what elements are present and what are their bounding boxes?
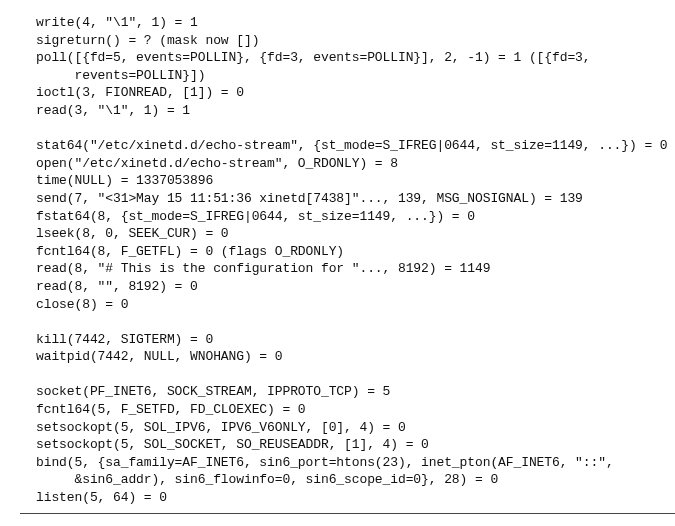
code-line: time(NULL) = 1337053896	[36, 173, 213, 188]
code-line: fcntl64(8, F_GETFL) = 0 (flags O_RDONLY)	[36, 244, 344, 259]
code-line: &sin6_addr), sin6_flowinfo=0, sin6_scope…	[36, 472, 498, 487]
code-line: fstat64(8, {st_mode=S_IFREG|0644, st_siz…	[36, 209, 475, 224]
code-line: send(7, "<31>May 15 11:51:36 xinetd[7438…	[36, 191, 583, 206]
code-line: close(8) = 0	[36, 297, 128, 312]
code-line: stat64("/etc/xinetd.d/echo-stream", {st_…	[36, 138, 668, 153]
code-line: waitpid(7442, NULL, WNOHANG) = 0	[36, 349, 282, 364]
code-line: lseek(8, 0, SEEK_CUR) = 0	[36, 226, 229, 241]
code-line: ioctl(3, FIONREAD, [1]) = 0	[36, 85, 244, 100]
code-line: bind(5, {sa_family=AF_INET6, sin6_port=h…	[36, 455, 614, 470]
code-line: write(4, "\1", 1) = 1	[36, 15, 198, 30]
code-line: revents=POLLIN}])	[36, 68, 205, 83]
code-line: open("/etc/xinetd.d/echo-stream", O_RDON…	[36, 156, 398, 171]
code-line: listen(5, 64) = 0	[36, 490, 167, 505]
bottom-divider	[20, 513, 675, 514]
code-line: sigreturn() = ? (mask now [])	[36, 33, 259, 48]
code-line: setsockopt(5, SOL_IPV6, IPV6_V6ONLY, [0]…	[36, 420, 406, 435]
code-line: kill(7442, SIGTERM) = 0	[36, 332, 213, 347]
code-line: read(8, "# This is the configuration for…	[36, 261, 490, 276]
code-listing: write(4, "\1", 1) = 1 sigreturn() = ? (m…	[0, 0, 675, 526]
code-line: read(8, "", 8192) = 0	[36, 279, 198, 294]
code-line: poll([{fd=5, events=POLLIN}, {fd=3, even…	[36, 50, 591, 65]
code-line: read(3, "\1", 1) = 1	[36, 103, 190, 118]
code-line: socket(PF_INET6, SOCK_STREAM, IPPROTO_TC…	[36, 384, 390, 399]
code-line: fcntl64(5, F_SETFD, FD_CLOEXEC) = 0	[36, 402, 306, 417]
code-line: setsockopt(5, SOL_SOCKET, SO_REUSEADDR, …	[36, 437, 429, 452]
